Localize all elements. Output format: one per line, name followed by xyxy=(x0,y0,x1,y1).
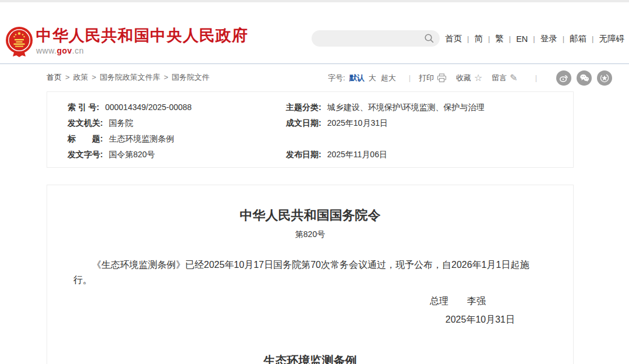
nav-accessibility[interactable]: 无障碍 xyxy=(599,33,625,44)
document-metadata-panel: 索 引 号:000014349/2025-00088 发文机关:国务院 标 题:… xyxy=(47,91,574,168)
signature-line: 总理 李强 xyxy=(73,294,547,309)
meta-label: 发布日期: xyxy=(286,150,321,159)
meta-value: 生态环境监测条例 xyxy=(109,134,174,143)
meta-value: 城乡建设、环境保护\环境监测、保护与治理 xyxy=(327,103,485,112)
breadcrumb-separator: > xyxy=(92,73,97,82)
meta-row-document-number: 发文字号:国令第820号 xyxy=(68,147,286,162)
search-bar[interactable] xyxy=(312,30,440,47)
nav-traditional[interactable]: 繁 xyxy=(495,33,504,44)
regulation-title: 生态环境监测条例 xyxy=(73,353,547,364)
meta-row-index-number: 索 引 号:000014349/2025-00088 xyxy=(68,100,286,115)
decree-number: 第820号 xyxy=(73,229,547,240)
meta-row-date-written: 成文日期:2025年10月31日 xyxy=(286,115,573,131)
font-size-large-button[interactable]: 大 xyxy=(369,73,376,83)
page-tools: 字号: 默认 大 超大 | 打印 收藏 ☆ 留言 ✎ | xyxy=(328,70,612,86)
star-icon: ☆ xyxy=(474,73,482,83)
weibo-icon xyxy=(559,73,568,83)
print-button[interactable]: 打印 xyxy=(419,73,447,83)
nav-separator: | xyxy=(488,34,490,43)
font-size-xlarge-button[interactable]: 超大 xyxy=(381,73,396,83)
breadcrumb-separator: > xyxy=(65,73,70,82)
search-icon[interactable] xyxy=(424,33,434,44)
favorite-label: 收藏 xyxy=(456,73,471,83)
meta-row-empty xyxy=(286,131,573,147)
nav-simplified[interactable]: 简 xyxy=(474,33,483,44)
nav-login[interactable]: 登录 xyxy=(540,33,557,44)
meta-label: 发文机关: xyxy=(68,118,103,128)
pencil-icon: ✎ xyxy=(510,73,517,83)
nav-separator: | xyxy=(467,34,469,43)
top-nav: 首页 | 简 | 繁 | EN | 登录 | 邮箱 | 无障碍 xyxy=(445,33,624,44)
meta-value: 2025年10月31日 xyxy=(327,118,388,128)
nav-home[interactable]: 首页 xyxy=(445,33,462,44)
signature-date: 2025年10月31日 xyxy=(73,312,547,327)
wechat-icon xyxy=(579,73,589,82)
breadcrumb-separator: > xyxy=(164,73,168,82)
meta-value: 000014349/2025-00088 xyxy=(105,103,192,112)
meta-row-subject-category: 主题分类:城乡建设、环境保护\环境监测、保护与治理 xyxy=(286,100,573,115)
wechat-share-button[interactable] xyxy=(577,70,592,86)
share-icons xyxy=(551,70,612,86)
toolbar-pipe: | xyxy=(535,73,537,82)
weibo-share-button[interactable] xyxy=(556,70,571,86)
meta-value: 2025年11月06日 xyxy=(327,150,387,159)
decree-title: 中华人民共和国国务院令 xyxy=(73,207,547,224)
site-url-cn: .cn xyxy=(72,46,84,55)
national-emblem-logo[interactable] xyxy=(6,24,33,60)
national-emblem-icon xyxy=(6,24,33,60)
nav-separator: | xyxy=(509,34,511,43)
site-header: 中华人民共和国中央人民政府 www.gov.cn 首页 | 简 | 繁 | EN… xyxy=(0,2,629,64)
breadcrumb: 首页>政策>国务院政策文件库>国务院文件 xyxy=(47,72,210,83)
breadcrumb-toolbar-row: 首页>政策>国务院政策文件库>国务院文件 字号: 默认 大 超大 | 打印 收藏… xyxy=(0,64,629,91)
nav-separator: | xyxy=(563,34,564,43)
font-size-default-button[interactable]: 默认 xyxy=(349,73,365,83)
site-title[interactable]: 中华人民共和国中央人民政府 xyxy=(36,27,248,44)
decree-body-paragraph: 《生态环境监测条例》已经2025年10月17日国务院第70次常务会议通过，现予公… xyxy=(73,257,547,288)
meta-label: 成文日期: xyxy=(286,118,321,128)
meta-label: 主题分类: xyxy=(286,103,321,112)
site-url: www.gov.cn xyxy=(36,46,248,55)
breadcrumb-state-council-docs[interactable]: 国务院文件 xyxy=(172,73,210,82)
search-input[interactable] xyxy=(319,30,421,47)
meta-row-title: 标 题:生态环境监测条例 xyxy=(68,131,286,147)
meta-row-date-published: 发布日期:2025年11月06日 xyxy=(286,147,573,162)
nav-separator: | xyxy=(533,34,535,43)
favorite-button[interactable]: 收藏 ☆ xyxy=(456,73,482,83)
meta-value: 国令第820号 xyxy=(109,150,155,159)
meta-value: 国务院 xyxy=(109,118,133,128)
nav-english[interactable]: EN xyxy=(516,34,528,44)
star-circle-icon xyxy=(600,73,609,83)
breadcrumb-policy-library[interactable]: 国务院政策文件库 xyxy=(100,73,160,82)
meta-label: 标 题: xyxy=(68,134,103,143)
toolbar-pipe: | xyxy=(409,73,411,82)
star-share-button[interactable] xyxy=(597,70,612,86)
nav-mail[interactable]: 邮箱 xyxy=(570,33,586,44)
document-content-panel: 中华人民共和国国务院令 第820号 《生态环境监测条例》已经2025年10月17… xyxy=(47,185,574,364)
comment-label: 留言 xyxy=(492,73,507,83)
meta-label: 发文字号: xyxy=(68,150,103,159)
breadcrumb-home[interactable]: 首页 xyxy=(47,73,62,82)
print-label: 打印 xyxy=(419,73,434,83)
nav-separator: | xyxy=(592,34,593,43)
site-url-www: www. xyxy=(36,46,56,55)
site-url-gov: gov xyxy=(56,46,72,55)
meta-row-issuing-agency: 发文机关:国务院 xyxy=(68,115,286,131)
font-size-label: 字号: xyxy=(328,73,345,83)
breadcrumb-policy[interactable]: 政策 xyxy=(73,73,89,82)
meta-label: 索 引 号: xyxy=(68,103,99,112)
comment-button[interactable]: 留言 ✎ xyxy=(492,73,517,83)
printer-icon xyxy=(437,73,447,83)
